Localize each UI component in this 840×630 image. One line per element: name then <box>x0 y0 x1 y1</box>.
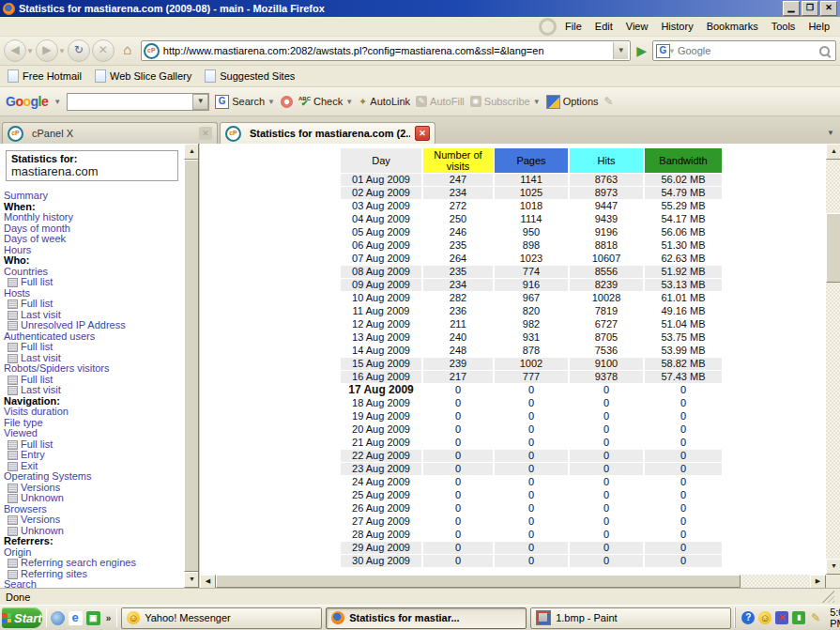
taskbar-task-button[interactable]: Statistics for mastiar... <box>326 607 527 629</box>
table-row: 21 Aug 2009 0 0 0 0 <box>341 437 722 449</box>
main-horizontal-scrollbar[interactable]: ◀ ▶ <box>200 575 826 588</box>
pencil-icon[interactable] <box>809 611 822 624</box>
close-button[interactable]: ✕ <box>820 1 837 16</box>
url-bar[interactable]: cP http://www.mastiarena.com:2082/awstat… <box>141 40 631 61</box>
restore-button[interactable]: ❐ <box>802 1 818 16</box>
google-logo-dropdown-icon[interactable]: ▼ <box>53 98 61 106</box>
back-dropdown-icon[interactable]: ▼ <box>26 47 34 55</box>
cpanel-tab-icon: cP <box>8 126 23 142</box>
cell-bandwidth: 0 <box>645 489 722 501</box>
google-toolbar-logo[interactable]: Google <box>6 94 48 109</box>
tab-statistics[interactable]: cP Statistics for mastiarena.com (2... ✕ <box>220 122 435 144</box>
tab-cpanel[interactable]: cP cPanel X ✕ <box>2 122 218 144</box>
menu-item[interactable]: Bookmarks <box>700 19 765 34</box>
scrollbar-thumb[interactable] <box>216 575 741 588</box>
menu-item[interactable]: View <box>619 19 655 34</box>
cell-hits: 8818 <box>570 239 643 252</box>
options-button[interactable]: Options <box>546 95 599 109</box>
menu-item[interactable]: Edit <box>588 19 619 34</box>
list-all-tabs-button[interactable]: ▼ <box>823 125 838 142</box>
resize-grip[interactable] <box>822 591 834 603</box>
search-options-dropdown-icon[interactable]: ▼ <box>267 98 275 106</box>
search-engine-dropdown-icon[interactable]: ▼ <box>668 47 676 55</box>
subscribe-dropdown-icon[interactable]: ▼ <box>533 98 541 106</box>
bookmark-item[interactable]: Suggested Sites <box>205 69 295 83</box>
cell-hits: 0 <box>570 450 643 462</box>
search-magnifier-icon[interactable] <box>819 46 830 56</box>
tab-close-icon[interactable]: ✕ <box>415 126 430 141</box>
cell-pages: 1018 <box>495 200 568 212</box>
forward-dropdown-icon[interactable]: ▼ <box>58 47 66 55</box>
cell-hits: 0 <box>570 515 643 528</box>
link-icon[interactable]: Hours <box>4 245 184 256</box>
scroll-left-icon[interactable]: ◀ <box>200 575 216 588</box>
site-name: mastiarena.com <box>11 164 173 178</box>
help-icon[interactable] <box>741 611 755 624</box>
volume-muted-icon[interactable] <box>775 611 788 624</box>
subscribe-button[interactable]: ◉ Subscribe ▼ <box>470 96 541 107</box>
url-dropdown-button[interactable]: ▼ <box>613 42 628 59</box>
cell-day: 25 Aug 2009 <box>341 489 421 501</box>
cell-hits: 0 <box>570 437 643 449</box>
cell-pages: 878 <box>495 345 568 357</box>
messenger-icon[interactable] <box>758 611 771 624</box>
statistics-for-label: Statistics for: <box>11 153 173 164</box>
menu-item[interactable]: History <box>654 19 699 34</box>
taskbar-task-button[interactable]: 1.bmp - Paint <box>530 607 731 629</box>
cell-visits: 235 <box>423 266 493 278</box>
search-input[interactable] <box>676 44 819 57</box>
cell-bandwidth: 53.99 MB <box>645 345 722 357</box>
scroll-up-icon[interactable]: ▲ <box>184 144 200 160</box>
link-icon[interactable]: Search <box>4 579 184 588</box>
scrollbar-thumb[interactable] <box>184 160 200 572</box>
cell-hits: 0 <box>570 423 643 436</box>
stop-button[interactable]: ✕ <box>92 39 115 62</box>
home-button[interactable]: ⌂ <box>116 39 139 62</box>
toolbar-search-button[interactable]: G Search ▼ <box>215 95 275 109</box>
activity-throbber-icon <box>539 18 557 36</box>
go-button[interactable]: ▶ <box>633 43 650 58</box>
forward-button[interactable]: ▶ <box>36 39 58 62</box>
sidebar-vertical-scrollbar[interactable]: ▲ ▼ <box>184 144 198 588</box>
cell-visits: 217 <box>423 371 493 383</box>
bookmark-item[interactable]: Free Hotmail <box>8 69 82 83</box>
menu-item[interactable]: Help <box>802 19 836 34</box>
sublink-icon[interactable]: Full list <box>4 277 184 288</box>
scroll-down-icon[interactable]: ▼ <box>184 572 200 588</box>
check-dropdown-icon[interactable]: ▼ <box>345 98 353 106</box>
back-button[interactable]: ◀ <box>4 39 26 62</box>
quick-launch-overflow-icon[interactable]: » <box>104 613 114 623</box>
tab-close-icon[interactable]: ✕ <box>199 127 212 140</box>
recorder-icon[interactable] <box>792 611 805 624</box>
internet-explorer-icon[interactable] <box>69 611 83 625</box>
bookmark-item[interactable]: Web Slice Gallery <box>95 69 191 83</box>
paint-icon <box>536 610 551 625</box>
autofill-button[interactable]: ✎ AutoFill <box>416 96 465 107</box>
cell-visits: 0 <box>423 529 493 541</box>
scroll-up-icon[interactable]: ▲ <box>826 144 840 160</box>
cell-day: 28 Aug 2009 <box>341 529 421 541</box>
minimize-button[interactable]: ▁ <box>783 1 800 16</box>
pagerank-donut-icon[interactable] <box>281 96 293 108</box>
cell-pages: 0 <box>495 437 568 449</box>
list-bullet-icon <box>8 300 18 309</box>
main-vertical-scrollbar[interactable]: ▲ ▼ <box>826 144 840 575</box>
scroll-right-icon[interactable]: ▶ <box>810 575 826 588</box>
menu-item[interactable]: File <box>558 19 588 34</box>
start-button[interactable]: Start <box>2 607 42 628</box>
autolink-button[interactable]: ✦ AutoLink <box>359 96 410 108</box>
hotspot-icon[interactable] <box>86 611 100 625</box>
scrollbar-thumb[interactable] <box>826 213 840 283</box>
scroll-down-icon[interactable]: ▼ <box>826 559 840 575</box>
menu-bar: FileEditViewHistoryBookmarksToolsHelp <box>0 17 840 37</box>
table-row: 17 Aug 2009 0 0 0 0 <box>341 384 722 396</box>
spellcheck-button[interactable]: ABC✔ Check ▼ <box>298 96 353 107</box>
show-desktop-icon[interactable] <box>51 611 65 625</box>
taskbar-task-button[interactable]: Yahoo! Messenger <box>121 607 322 629</box>
url-text[interactable]: http://www.mastiarena.com:2082/awstats.p… <box>163 45 613 56</box>
toolbar-search-dropdown-icon[interactable]: ▼ <box>192 94 208 110</box>
reload-button[interactable]: ↻ <box>68 39 90 62</box>
menu-item[interactable]: Tools <box>765 19 802 34</box>
google-toolbar-search-input[interactable]: ▼ <box>67 93 209 111</box>
highlighter-icon[interactable]: ✎ <box>604 95 614 108</box>
